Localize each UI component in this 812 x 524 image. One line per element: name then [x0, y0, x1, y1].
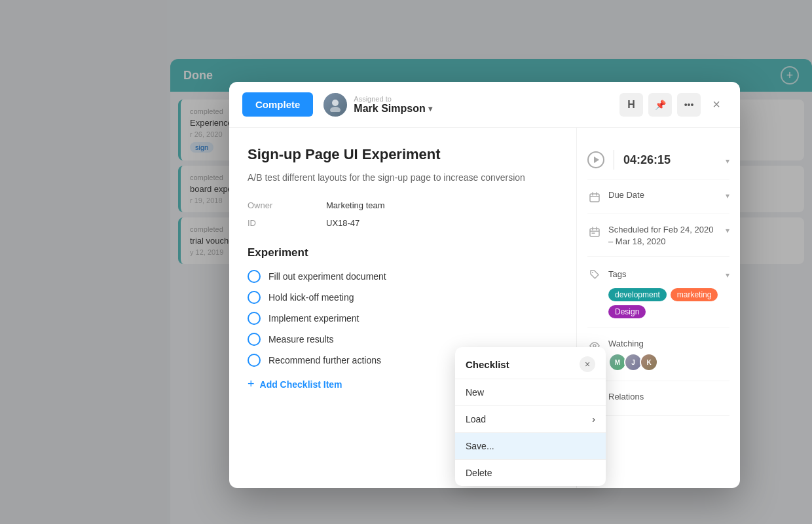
watcher-avatar-3: K [640, 353, 658, 371]
checklist-item-2: Hold kick-off meeting [248, 291, 558, 304]
tags-label: Tags [608, 269, 626, 279]
avatar-silhouette-icon [328, 98, 342, 112]
timer-value: 04:26:15 [623, 153, 671, 167]
checklist-checkbox-1[interactable] [248, 270, 261, 283]
dropdown-title: Checklist [466, 359, 509, 370]
tag-design[interactable]: Design [608, 305, 646, 318]
dropdown-item-save[interactable]: Save... [455, 433, 606, 459]
pin-icon: 📌 [655, 100, 666, 110]
checklist-item-text-3: Implement experiment [268, 313, 360, 324]
dropdown-new-label: New [466, 387, 484, 398]
checklist-checkbox-3[interactable] [248, 312, 261, 325]
watching-row[interactable]: Watching M J K [587, 328, 729, 381]
header-actions: H 📌 ••• × [619, 93, 727, 117]
dropdown-close-icon: × [585, 359, 590, 369]
tags-row: Tags ▾ development marketing Design [587, 257, 729, 328]
timer-row: 04:26:15 ▾ [587, 141, 729, 179]
id-value: UX18-47 [326, 218, 558, 228]
tag-icon [587, 267, 602, 282]
owner-label: Owner [248, 200, 326, 210]
svg-point-4 [592, 272, 593, 273]
checklist-item-text-1: Fill out experiment document [268, 271, 386, 282]
checklist-checkbox-5[interactable] [248, 354, 261, 367]
assigned-info: Assigned to Mark Simpson ▾ [354, 95, 432, 115]
svg-rect-2 [590, 194, 599, 202]
watchers-avatars: M J K [608, 353, 729, 371]
svg-point-1 [330, 107, 341, 112]
checklist-item-text-5: Recommend further actions [268, 355, 381, 365]
checklist-item-1: Fill out experiment document [248, 270, 558, 283]
checklist-item-3: Implement experiment [248, 312, 558, 325]
task-description: A/B test different layouts for the sign-… [248, 171, 558, 185]
dropdown-delete-label: Delete [466, 468, 492, 478]
scheduled-expand-icon: ▾ [726, 226, 729, 235]
assigned-label: Assigned to [354, 95, 432, 103]
add-checklist-label: Add Checklist Item [260, 379, 342, 390]
timer-expand-icon: ▾ [726, 157, 729, 166]
play-icon [594, 157, 599, 163]
pin-button[interactable]: 📌 [648, 93, 672, 117]
watching-label: Watching [608, 339, 644, 348]
close-icon: × [712, 97, 720, 112]
dropdown-save-label: Save... [466, 441, 494, 451]
dropdown-load-label: Load [466, 414, 486, 424]
due-date-row[interactable]: Due Date ▾ [587, 179, 729, 214]
dropdown-load-arrow-icon: › [592, 414, 595, 424]
dropdown-close-button[interactable]: × [580, 356, 595, 372]
add-plus-icon: + [248, 377, 255, 391]
checklist-item-4: Measure results [248, 333, 558, 346]
checklist-item-text-2: Hold kick-off meeting [268, 292, 354, 303]
meta-table: Owner Marketing team ID UX18-47 [248, 200, 558, 228]
task-title: Sign-up Page UI Experiment [248, 146, 558, 163]
add-checklist-item-button[interactable]: + Add Checklist Item [248, 377, 342, 391]
more-icon: ••• [684, 100, 694, 110]
relations-row[interactable]: Relations [587, 381, 729, 416]
scheduled-label: Scheduled for Feb 24, 2020 – Mar 18, 202… [608, 225, 713, 246]
assigned-section: Assigned to Mark Simpson ▾ [323, 93, 609, 117]
scheduled-row[interactable]: Scheduled for Feb 24, 2020 – Mar 18, 202… [587, 214, 729, 257]
id-label: ID [248, 218, 326, 228]
dropdown-item-new[interactable]: New [455, 379, 606, 405]
checklist-checkbox-2[interactable] [248, 291, 261, 304]
checklist-item-text-4: Measure results [268, 334, 334, 345]
relations-label: Relations [608, 392, 644, 402]
play-button[interactable] [587, 151, 604, 168]
due-date-label: Due Date [608, 190, 644, 200]
modal-header: Complete Assigned to Mark Simpson ▾ [229, 82, 740, 128]
schedule-icon [587, 225, 602, 239]
avatar [323, 93, 347, 117]
checklist-section-title: Experiment [248, 246, 558, 259]
dropdown-item-delete[interactable]: Delete [455, 460, 606, 486]
tags-expand-icon: ▾ [726, 271, 729, 280]
checklist-dropdown: Checklist × New Load › Save... Delete [455, 347, 606, 486]
tag-development[interactable]: development [608, 288, 667, 301]
owner-value: Marketing team [326, 200, 558, 210]
calendar-icon [587, 190, 602, 204]
complete-button[interactable]: Complete [242, 92, 313, 117]
h-icon-button[interactable]: H [619, 93, 643, 117]
svg-point-0 [332, 100, 339, 106]
tags-list: development marketing Design [608, 288, 729, 318]
dropdown-item-load[interactable]: Load › [455, 406, 606, 432]
assigned-name[interactable]: Mark Simpson ▾ [354, 103, 432, 115]
checklist-checkbox-4[interactable] [248, 333, 261, 346]
dropdown-header: Checklist × [455, 347, 606, 379]
assignee-chevron-icon: ▾ [428, 104, 432, 113]
more-button[interactable]: ••• [677, 93, 701, 117]
svg-rect-3 [590, 229, 599, 236]
due-date-expand-icon: ▾ [726, 191, 729, 200]
close-button[interactable]: × [706, 94, 727, 115]
tag-marketing[interactable]: marketing [671, 288, 718, 301]
